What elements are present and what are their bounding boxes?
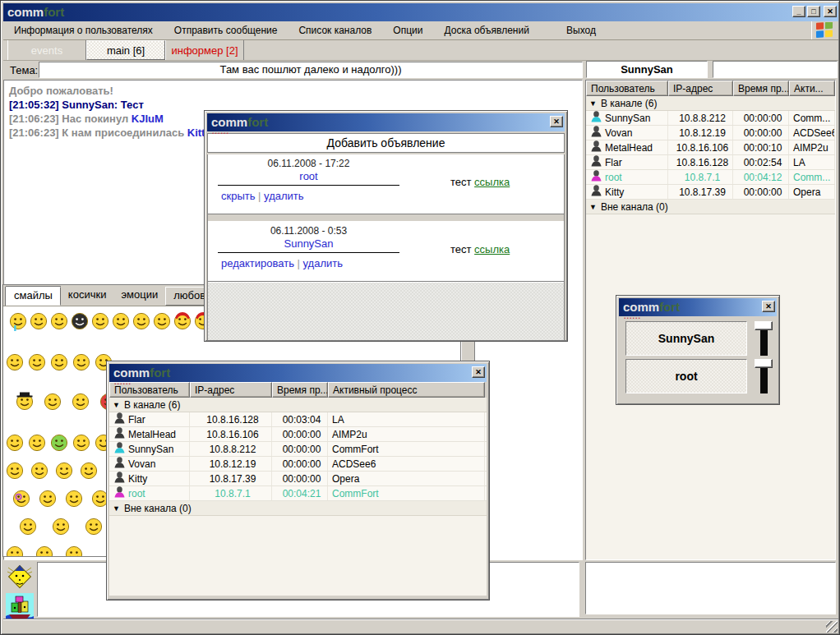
empty-chat-tab[interactable] [713, 61, 838, 78]
action-link-удалить[interactable]: удалить [264, 190, 303, 202]
private-chat-tab[interactable]: SunnySan [586, 61, 708, 78]
user-row-MetalHead[interactable]: MetalHead10.8.16.10600:00:00AIMP2u [109, 427, 487, 442]
smiley-5-0[interactable] [12, 489, 31, 508]
action-link-удалить[interactable]: удалить [303, 257, 343, 269]
smiley-2-1[interactable] [43, 392, 62, 412]
smiley-7-1[interactable] [35, 545, 54, 557]
entry-author-link[interactable]: root [216, 170, 401, 182]
smiley-0-2[interactable] [49, 311, 69, 331]
user-row-Vovan[interactable]: Vovan10.8.12.1900:00:00ACDSee6 [586, 126, 835, 140]
announce-title-bar[interactable]: commfort ...... ✕ [207, 113, 565, 131]
smiley-2-2[interactable] [71, 392, 90, 412]
user-icon [113, 442, 128, 456]
smiley-5-2[interactable] [64, 489, 84, 508]
group-in-channel[interactable]: ▼В канале (6) [586, 96, 835, 111]
entry-actions: редактировать | удалить [216, 257, 401, 269]
user-row-SunnySan[interactable]: SunnySan10.8.8.21200:00:00Comm... [586, 111, 835, 126]
smiley-5-1[interactable] [38, 489, 58, 508]
entry-link[interactable]: ссылка [474, 176, 510, 188]
user-row-Vovan[interactable]: Vovan10.8.12.1900:00:00ACDSee6 [109, 457, 487, 472]
smiley-0-0[interactable] [8, 311, 28, 331]
smiley-1-2[interactable] [49, 352, 69, 372]
smiley-0-8[interactable] [173, 311, 192, 331]
avatar-cat-icon[interactable] [6, 563, 34, 591]
smiley-0-6[interactable] [132, 311, 151, 331]
smiley-7-0[interactable] [5, 545, 25, 557]
volume-slider-track[interactable] [760, 330, 768, 356]
smiley-4-1[interactable] [30, 461, 49, 481]
entry-link[interactable]: ссылка [474, 243, 510, 255]
tab-main-6-[interactable]: main [6] [86, 40, 165, 60]
user-row-root[interactable]: root10.8.7.100:04:21CommFort [109, 486, 487, 501]
smiley-0-1[interactable] [29, 311, 48, 331]
column-header-2[interactable]: Время пр... [272, 382, 328, 398]
close-icon[interactable]: ✕ [550, 116, 563, 127]
smiley-0-3[interactable] [70, 311, 90, 331]
user-row-root[interactable]: root10.8.7.100:04:12Comm... [586, 170, 835, 185]
smiley-0-5[interactable] [111, 311, 131, 331]
user-row-SunnySan[interactable]: SunnySan10.8.8.21200:00:00CommFort [109, 442, 487, 457]
volume-slider-thumb[interactable] [755, 321, 773, 330]
menu-item-1[interactable]: Отправить сообщение [164, 21, 288, 39]
menu-item-exit[interactable]: Выход [556, 21, 607, 39]
user-row-Flar[interactable]: Flar10.8.16.12800:03:04LA [109, 412, 487, 427]
title-bar[interactable]: commfort ...... _ □ ✕ [3, 3, 838, 21]
user-row-Flar[interactable]: Flar10.8.16.12800:02:54LA [586, 155, 835, 170]
smiley-0-7[interactable] [152, 311, 172, 331]
action-link-скрыть[interactable]: скрыть [221, 190, 256, 202]
userlist-title-bar[interactable]: commfort ...... ✕ [109, 364, 487, 382]
smiley-4-2[interactable] [54, 461, 74, 481]
smiley-1-1[interactable] [27, 352, 47, 372]
menu-item-3[interactable]: Опции [382, 21, 433, 39]
volume-slider-track[interactable] [760, 368, 768, 393]
smiley-6-2[interactable] [84, 517, 104, 536]
add-announcement-button[interactable]: Добавить объявление [207, 133, 565, 153]
smiley-4-3[interactable] [79, 461, 99, 481]
smiley-tab-0[interactable]: смайлы [6, 287, 61, 306]
smiley-3-1[interactable] [27, 433, 47, 453]
volume-slider-thumb[interactable] [755, 359, 773, 368]
group-out-channel[interactable]: ▼Вне канала (0) [586, 200, 835, 214]
column-header-2[interactable]: Время пр... [733, 81, 789, 96]
smiley-1-0[interactable] [5, 352, 25, 372]
smiley-tab-1[interactable]: косички [61, 287, 114, 306]
user-row-Kitty[interactable]: Kitty10.8.17.3900:00:00Opera [586, 185, 835, 200]
smiley-3-0[interactable] [5, 433, 25, 453]
resize-grip[interactable] [826, 621, 838, 633]
menu-item-0[interactable]: Информация о пользователях [3, 21, 164, 39]
smiley-3-2[interactable] [49, 433, 69, 453]
column-header-1[interactable]: IP-адрес [190, 382, 272, 398]
column-header-0[interactable]: Пользователь [586, 81, 668, 96]
smiley-0-4[interactable] [90, 311, 110, 331]
menu-item-4[interactable]: Доска объявлений [433, 21, 539, 39]
group-in-channel[interactable]: ▼В канале (6) [109, 398, 487, 412]
smiley-7-2[interactable] [64, 545, 84, 557]
smiley-3-3[interactable] [72, 433, 91, 453]
menu-item-2[interactable]: Список каналов [288, 21, 382, 39]
column-header-3[interactable]: Акти... [789, 81, 835, 96]
maximize-button[interactable]: □ [807, 6, 820, 17]
column-header-1[interactable]: IP-адрес [668, 81, 733, 96]
entry-author-link[interactable]: SunnySan [216, 237, 401, 250]
close-icon[interactable]: ✕ [472, 366, 485, 378]
user-row-Kitty[interactable]: Kitty10.8.17.3900:00:00Opera [109, 472, 487, 486]
smiley-6-0[interactable] [18, 517, 38, 536]
close-button[interactable]: ✕ [824, 6, 837, 17]
close-icon[interactable]: ✕ [762, 301, 775, 312]
chat-segment-system: [21:06:23] Нас покинул [9, 113, 132, 125]
group-out-channel[interactable]: ▼Вне канала (0) [109, 501, 487, 516]
topic-input[interactable]: Там вас пошлют далеко и надолго))) [39, 62, 583, 78]
smiley-1-3[interactable] [72, 352, 91, 372]
minimize-button[interactable]: _ [792, 6, 805, 17]
user-row-MetalHead[interactable]: MetalHead10.8.16.10600:00:10AIMP2u [586, 140, 835, 155]
smiley-6-1[interactable] [51, 517, 71, 536]
smiley-tab-2[interactable]: эмоции [113, 287, 165, 306]
volume-title-bar[interactable]: commfort ...... ✕ [619, 298, 777, 316]
column-header-3[interactable]: Активный процесс [328, 382, 485, 398]
smiley-4-0[interactable] [5, 461, 25, 481]
smiley-2-0[interactable] [15, 392, 35, 412]
action-link-редактировать[interactable]: редактировать [221, 257, 294, 269]
avatar-ship-icon[interactable] [6, 593, 34, 621]
tab--2-[interactable]: информер [2] [165, 40, 244, 60]
tab-events[interactable]: events [7, 40, 86, 60]
